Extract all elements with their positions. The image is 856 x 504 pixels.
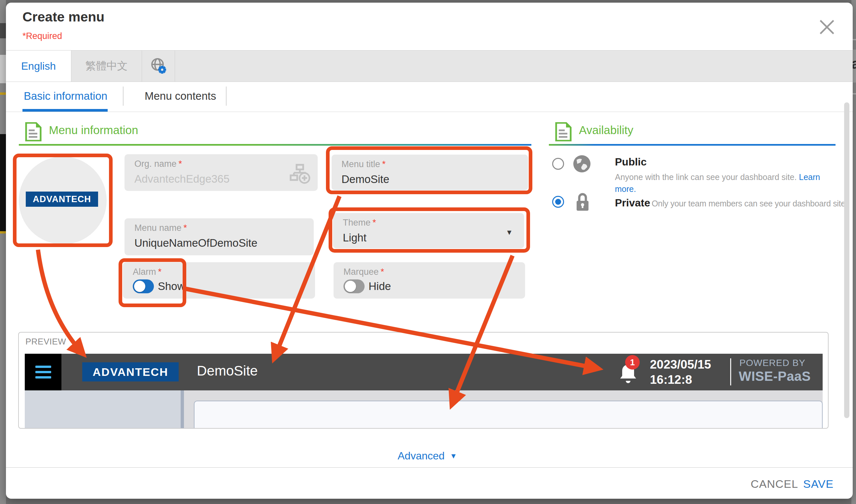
preview-sidebar-divider [181,390,184,428]
org-chart-add-icon [289,163,310,184]
document-icon [555,122,572,141]
menu-name-value: UniqueNameOfDemoSite [135,237,257,249]
theme-label: Theme* [343,218,376,228]
preview-date: 2023/05/15 [650,357,711,372]
preview-site-title: DemoSite [197,363,257,379]
tab-separator [226,87,227,106]
screen: a Create menu *Required English 繁體中文 [0,0,856,504]
marquee-state: Hide [369,280,391,293]
close-button[interactable] [818,18,836,36]
section-divider [19,144,531,146]
notification-badge: 1 [625,355,640,370]
cancel-button[interactable]: CANCEL [751,478,798,490]
private-radio[interactable] [552,196,564,208]
preview-topbar: ADVANTECH DemoSite 1 2023/05/15 16:12:8 … [25,354,823,390]
marquee-toggle[interactable] [343,280,364,293]
tab-basic-information[interactable]: Basic information [24,90,107,102]
private-row: Private Only your team members can see y… [615,197,848,209]
tab-language-settings[interactable] [142,51,175,82]
marquee-label: Marquee* [343,267,384,277]
theme-value: Light [343,232,367,244]
menu-title-value: DemoSite [341,173,389,186]
required-note: *Required [22,31,62,41]
preview-datetime: 2023/05/15 16:12:8 [650,357,711,388]
globe-icon [573,155,591,173]
tab-menu-contents[interactable]: Menu contents [145,90,216,102]
availability-title: Availability [579,124,634,137]
alarm-toggle[interactable] [133,280,154,293]
toggle-knob [345,281,356,292]
menu-title-field[interactable]: Menu title* DemoSite [332,155,528,190]
section-tab-bar: Basic information Menu contents [6,82,853,112]
save-button[interactable]: SAVE [803,478,834,490]
alarm-field: Alarm* Show [123,262,315,299]
section-divider [549,144,836,146]
menu-name-label: Menu name* [135,223,187,233]
preview-time: 16:12:8 [650,372,711,388]
menu-information-title: Menu information [49,124,138,137]
advanced-caret-icon: ▼ [450,452,457,461]
org-name-label: Org. name* [135,159,182,169]
tab-separator [123,87,124,106]
create-menu-dialog: Create menu *Required English 繁體中文 [6,3,853,499]
footer-divider [6,467,853,468]
private-label: Private [615,197,650,209]
theme-select[interactable]: Theme* Light ▼ [333,213,524,248]
hamburger-icon [35,366,51,368]
document-icon [25,122,42,141]
preview-card: PREVIEW ADVANTECH DemoSite 1 2023/05/15 … [18,332,828,429]
background-left-strip [0,0,6,504]
preview-content-panel [194,401,823,429]
preview-advantech-logo: ADVANTECH [82,362,179,381]
public-label: Public [615,156,647,168]
alarm-state: Show [158,280,185,293]
globe-settings-icon [149,56,168,76]
menu-name-field[interactable]: Menu name* UniqueNameOfDemoSite [125,218,314,255]
dialog-title: Create menu [22,9,104,25]
private-description: Only your team members can see your dash… [652,199,848,208]
powered-by-text: POWERED BY [739,358,805,368]
org-name-field: Org. name* AdvantechEdge365 [125,154,318,191]
close-icon [818,18,836,36]
preview-sidebar [25,390,181,428]
tab-traditional-chinese[interactable]: 繁體中文 [71,51,142,82]
menu-logo-avatar[interactable]: ADVANTECH [19,157,107,245]
gear-icon [158,66,166,74]
preview-menu-button [25,354,61,390]
preview-divider [730,358,731,385]
wise-paas-brand: WISE-PaaS [739,369,811,384]
advantech-logo: ADVANTECH [26,192,98,207]
lock-icon [575,192,590,213]
preview-label: PREVIEW [25,337,66,347]
public-radio[interactable] [552,158,564,170]
marquee-field: Marquee* Hide [334,262,525,299]
alarm-label: Alarm* [133,267,161,277]
tab-english[interactable]: English [6,51,71,82]
advanced-toggle[interactable]: Advanced ▼ [398,450,457,462]
org-name-value: AdvantechEdge365 [135,173,230,185]
active-tab-underline [22,109,108,112]
scrollbar-thumb[interactable] [844,102,850,418]
dropdown-caret-icon: ▼ [505,228,513,237]
menu-title-label: Menu title* [341,159,386,169]
toggle-knob [134,281,145,292]
language-tab-bar: English 繁體中文 [6,50,853,82]
public-description: Anyone with the link can see your dashbo… [615,171,823,195]
radio-dot [555,199,561,205]
